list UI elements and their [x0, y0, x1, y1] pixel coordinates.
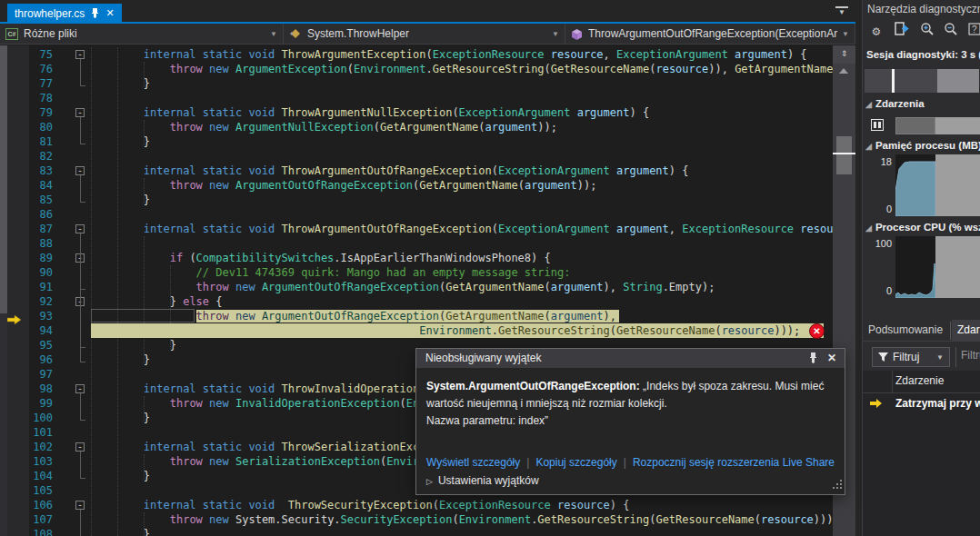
memory-max-label: 18	[863, 156, 892, 167]
code-line: 77 }	[0, 76, 831, 91]
line-number: 77	[0, 76, 53, 91]
code-line: 87 internal static void ThrowArgumentOut…	[0, 222, 831, 236]
session-label: Sesja diagnostyki: 3 s (w	[866, 49, 980, 60]
member-dropdown[interactable]: ThrowArgumentOutOfRangeException(Excepti…	[565, 24, 855, 44]
exception-text-line1: „Indeks był spoza zakresu. Musi mieć	[643, 380, 824, 392]
code-line: 88	[0, 236, 831, 251]
code-line: 92 } else {-	[0, 294, 831, 309]
code-line: 85 }	[0, 193, 831, 207]
popup-link[interactable]: Kopiuj szczegóły	[535, 456, 616, 469]
line-number: 91	[0, 280, 53, 294]
zoom-in-icon[interactable]	[917, 22, 937, 42]
fold-collapse-box[interactable]: -	[75, 166, 85, 175]
code-line: 80 throw new ArgumentNullException(GetAr…	[0, 120, 831, 134]
code-line: 75 internal static void ThrowArgumentExc…	[0, 47, 831, 62]
code-line: 89 if (CompatibilitySwitches.IsAppEarlie…	[0, 251, 831, 265]
line-number: 83	[0, 164, 53, 178]
pin-icon[interactable]	[809, 352, 817, 366]
popup-link[interactable]: Wyświetl szczegóły	[426, 456, 520, 469]
popup-action-links: Wyświetl szczegóły|Kopiuj szczegóły|Rozp…	[426, 456, 835, 469]
line-number: 104	[0, 469, 53, 483]
filter-toolbar: Filtruj ▼ Filtruj...	[863, 345, 980, 370]
close-icon[interactable]: ✕	[827, 352, 836, 364]
funnel-icon	[878, 352, 888, 362]
export-snapshot-icon[interactable]	[892, 22, 912, 42]
window-splitter[interactable]	[855, 0, 862, 536]
fold-collapse-box[interactable]: -	[75, 224, 85, 233]
line-number: 103	[0, 454, 53, 469]
popup-link[interactable]: Rozpocznij sesję rozszerzenia Live Share	[633, 456, 835, 469]
filter-button[interactable]: Filtruj ▼	[872, 347, 950, 367]
popup-title: Nieobsługiwany wyjątek	[416, 349, 845, 368]
tab-list-dropdown-icon[interactable]: ▼	[835, 6, 848, 17]
splitter-handle-icon[interactable]: ⇕	[833, 45, 855, 64]
tab-title: throwhelper.cs	[15, 7, 85, 20]
session-timeline[interactable]	[865, 69, 979, 93]
scroll-up-arrow-icon[interactable]	[839, 68, 848, 74]
link-separator: |	[526, 456, 529, 469]
line-number: 89	[0, 251, 53, 265]
exception-error-icon[interactable]: ✕	[809, 323, 825, 339]
line-number: 105	[0, 483, 53, 498]
clipped-tool-icon[interactable]: ?	[965, 22, 980, 42]
settings-gear-icon[interactable]: ⚙	[866, 22, 886, 42]
type-dropdown[interactable]: System.ThrowHelper ▼	[284, 24, 565, 44]
tab-throwhelper[interactable]: throwhelper.cs ✕	[7, 4, 122, 23]
cpu-min-label: 0	[863, 285, 892, 296]
exception-settings-label: Ustawienia wyjątków	[438, 474, 539, 487]
code-line: 108 }	[0, 527, 831, 536]
zoom-out-icon[interactable]	[941, 22, 961, 42]
chevron-down-icon: ▼	[552, 30, 559, 38]
code-line: 84 throw new ArgumentOutOfRangeException…	[0, 178, 831, 193]
fold-collapse-box[interactable]: -	[75, 442, 85, 452]
project-dropdown[interactable]: C# Różne pliki ▼	[0, 24, 284, 44]
fold-collapse-box[interactable]: -	[75, 384, 85, 393]
timeline-selection-overlay	[937, 69, 979, 93]
code-line: 82	[0, 149, 831, 164]
csharp-file-icon: C#	[5, 28, 18, 40]
events-column-header[interactable]: Zdarzenie	[895, 374, 944, 387]
navigation-bar: C# Różne pliki ▼ System.ThrowHelper ▼ Th…	[0, 24, 855, 45]
code-line: 81 }	[0, 134, 831, 149]
memory-section-header[interactable]: ◢Pamięć procesu (MB)	[865, 140, 980, 151]
line-number: 75	[0, 47, 53, 62]
memory-chart	[895, 154, 980, 216]
code-line: 106 internal static void ThrowSecurityEx…	[0, 498, 831, 512]
line-number: 100	[0, 411, 53, 425]
scrollbar-thumb[interactable]	[836, 136, 852, 174]
line-number: 102	[0, 440, 53, 454]
current-statement-arrow-icon	[7, 312, 21, 328]
events-section-header[interactable]: ◢Zdarzenia	[865, 98, 925, 109]
filter-button-label: Filtruj	[893, 351, 919, 363]
resize-grip[interactable]	[833, 480, 843, 492]
line-number: 92	[0, 294, 53, 309]
header-underline	[863, 392, 980, 393]
tab-zdarzenia[interactable]: Zdarzenia	[957, 323, 980, 336]
timeline-event-mark	[892, 69, 895, 93]
exception-popup: Nieobsługiwany wyjątek ✕ System.Argument…	[415, 348, 845, 495]
tab-podsumowanie[interactable]: Podsumowanie	[868, 323, 943, 336]
toolbar-divider	[955, 347, 956, 367]
collapse-triangle-icon: ◢	[865, 142, 872, 151]
filter-search-input[interactable]: Filtruj...	[961, 349, 980, 362]
cpu-selection-overlay	[935, 236, 980, 298]
document-tabstrip: throwhelper.cs ✕ ▼	[0, 0, 855, 24]
code-line: 94 Environment.GetResourceString(GetReso…	[0, 323, 831, 338]
line-number: 88	[0, 236, 53, 251]
exception-type: System.ArgumentOutOfRangeException:	[426, 380, 640, 392]
line-number: 108	[0, 527, 53, 536]
fold-collapse-box[interactable]: -	[75, 108, 85, 117]
fold-collapse-box[interactable]: -	[75, 501, 85, 510]
line-number: 97	[0, 367, 53, 382]
close-icon[interactable]: ✕	[105, 8, 114, 18]
code-line: 83 internal static void ThrowArgumentOut…	[0, 164, 831, 178]
line-number: 98	[0, 382, 53, 396]
tab-divider	[950, 322, 951, 340]
exception-settings-expander[interactable]: ▷Ustawienia wyjątków	[426, 474, 539, 487]
cpu-section-header[interactable]: ◢Procesor CPU (% wszy	[865, 222, 980, 233]
pin-icon[interactable]	[91, 8, 99, 18]
chevron-down-icon: ▼	[270, 30, 277, 38]
event-grid-row[interactable]: Zatrzymaj przy wyj	[863, 394, 980, 414]
chevron-down-icon: ▼	[842, 30, 849, 38]
fold-collapse-box[interactable]: -	[75, 50, 85, 59]
